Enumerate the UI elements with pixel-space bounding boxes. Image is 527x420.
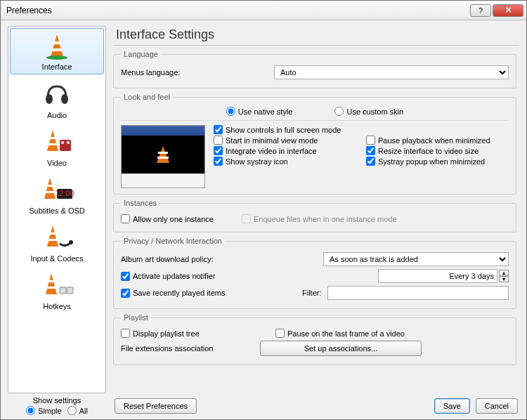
cancel-button[interactable]: Cancel	[476, 398, 518, 414]
show-controls-check[interactable]: Show controls in full screen mode	[214, 125, 356, 134]
pause-last-frame-check[interactable]: Pause on the last frame of a video	[275, 329, 405, 338]
playlist-group: Playlist Display playlist tree Pause on …	[113, 313, 516, 365]
display-playlist-tree-check[interactable]: Display playlist tree	[121, 329, 247, 338]
svg-point-4	[46, 94, 53, 104]
show-systray-check[interactable]: Show systray icon	[214, 157, 356, 166]
file-ext-label: File extensions association	[121, 344, 254, 353]
allow-one-instance-check[interactable]: Allow only one instance	[121, 214, 214, 223]
titlebar: Preferences ? ✕	[1, 1, 526, 20]
native-style-radio[interactable]: Use native style	[226, 107, 293, 116]
svg-marker-21	[46, 273, 57, 294]
category-label: Interface	[11, 63, 103, 71]
svg-rect-1	[53, 41, 61, 44]
resize-interface-check[interactable]: Resize interface to video size	[366, 146, 509, 155]
svg-rect-25	[67, 287, 73, 294]
category-label: Input & Codecs	[10, 254, 104, 263]
updates-interval-spinner[interactable]: ▲▼	[499, 270, 509, 282]
start-minimal-check[interactable]: Start in minimal view mode	[214, 136, 356, 145]
svg-point-20	[69, 240, 73, 244]
cone-film-icon	[40, 127, 74, 158]
svg-marker-6	[47, 130, 58, 151]
category-label: Subtitles & OSD	[10, 206, 104, 215]
svg-marker-0	[51, 34, 63, 57]
reset-preferences-button[interactable]: Reset Preferences	[115, 398, 197, 414]
svg-rect-22	[47, 280, 56, 282]
cone-cable-icon	[39, 223, 75, 254]
custom-skin-radio[interactable]: Use custom skin	[334, 107, 403, 116]
category-label: Hotkeys	[10, 302, 104, 310]
show-settings: Show settings Simple All	[8, 396, 106, 415]
category-input-codecs[interactable]: Input & Codecs	[8, 219, 105, 267]
svg-rect-7	[48, 137, 57, 139]
svg-text:12:00: 12:00	[55, 189, 74, 197]
cone-icon	[42, 32, 72, 61]
updates-notifier-check[interactable]: Activate updates notifier	[121, 272, 318, 281]
svg-rect-18	[48, 232, 57, 235]
save-button[interactable]: Save	[434, 398, 470, 414]
integrate-video-check[interactable]: Integrate video in interface	[214, 146, 356, 155]
category-audio[interactable]: Audio	[8, 76, 105, 124]
sidebar: Interface Audio Video 12:00 Subtitles & …	[8, 26, 106, 415]
svg-rect-24	[60, 287, 66, 294]
category-hotkeys[interactable]: Hotkeys	[8, 267, 105, 315]
category-interface[interactable]: Interface	[10, 28, 104, 74]
svg-rect-19	[48, 239, 58, 241]
svg-rect-13	[46, 185, 54, 187]
enqueue-files-check: Enqueue files when in one instance mode	[242, 214, 397, 223]
menus-language-select[interactable]: Auto	[274, 65, 509, 79]
main-panel: Interface Settings Language Menus langua…	[113, 26, 519, 415]
systray-popup-check[interactable]: Systray popup when minimized	[366, 157, 509, 166]
show-settings-all[interactable]: All	[67, 406, 88, 415]
preferences-window: Preferences ? ✕ Interface Audio Video	[0, 0, 527, 420]
svg-marker-12	[44, 178, 56, 199]
svg-rect-23	[46, 287, 56, 289]
category-label: Audio	[10, 111, 104, 119]
updates-interval-input[interactable]	[378, 269, 497, 283]
svg-rect-27	[158, 152, 168, 154]
privacy-group: Privacy / Network Interaction Album art …	[113, 237, 516, 309]
svg-rect-14	[45, 191, 55, 193]
save-recent-check[interactable]: Save recently played items	[121, 289, 297, 298]
page-title: Interface Settings	[116, 27, 519, 42]
instances-group: Instances Allow only one instance Enqueu…	[113, 199, 516, 232]
setup-associations-button[interactable]: Set up associations...	[260, 341, 422, 356]
language-group: Language Menus language: Auto	[113, 50, 516, 88]
look-and-feel-group: Look and feel Use native style Use custo…	[113, 93, 516, 195]
svg-rect-9	[60, 140, 71, 151]
headphones-icon	[42, 79, 72, 110]
category-subtitles[interactable]: 12:00 Subtitles & OSD	[8, 171, 105, 219]
svg-rect-2	[51, 48, 63, 51]
footer: Reset Preferences Save Cancel	[113, 394, 519, 415]
menus-language-label: Menus language:	[121, 68, 268, 77]
help-button[interactable]: ?	[470, 4, 491, 17]
svg-rect-28	[157, 157, 169, 159]
cone-keys-icon	[39, 270, 75, 301]
album-art-label: Album art download policy:	[121, 255, 318, 263]
svg-point-3	[46, 55, 67, 60]
interface-preview	[121, 125, 205, 188]
svg-marker-17	[47, 225, 58, 247]
album-art-select[interactable]: As soon as track is added	[323, 252, 509, 266]
category-list: Interface Audio Video 12:00 Subtitles & …	[8, 26, 106, 393]
window-title: Preferences	[6, 6, 52, 15]
svg-rect-8	[48, 143, 58, 145]
svg-marker-26	[157, 146, 169, 163]
close-button[interactable]: ✕	[493, 4, 523, 17]
category-video[interactable]: Video	[8, 124, 105, 171]
svg-point-11	[67, 141, 70, 144]
filter-label: Filter:	[302, 289, 322, 297]
show-settings-simple[interactable]: Simple	[26, 406, 62, 415]
svg-point-5	[61, 94, 68, 104]
filter-input[interactable]	[327, 286, 509, 300]
show-settings-label: Show settings	[8, 396, 106, 405]
pause-minimized-check[interactable]: Pause playback when minimized	[366, 136, 509, 145]
category-label: Video	[10, 159, 104, 167]
cone-clock-icon: 12:00	[39, 175, 75, 206]
svg-point-10	[61, 141, 64, 144]
